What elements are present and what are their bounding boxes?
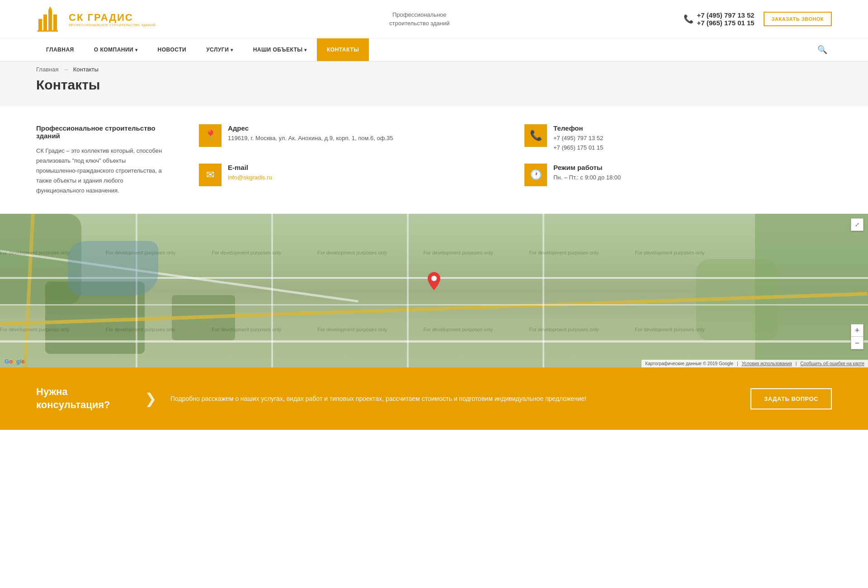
logo-title: СК ГРАДИС	[69, 12, 156, 24]
breadcrumb: Главная → Контакты	[36, 66, 832, 73]
hours-value: Пн. – Пт.: с 9:00 до 18:00	[553, 173, 621, 183]
watermark-r2-6: For development purposes only	[529, 327, 635, 332]
watermark-6: For development purposes only	[529, 250, 635, 255]
google-logo: Google	[5, 358, 25, 365]
contacts-right: 📍 Адрес 119619, г. Москва, ул. Ак. Анохи…	[199, 124, 832, 186]
zoom-in-button[interactable]: +	[851, 324, 863, 337]
watermark-7: For development purposes only	[635, 250, 741, 255]
address-label: Адрес	[228, 124, 393, 132]
nav-item-novosti[interactable]: НОВОСТИ	[148, 38, 197, 61]
phone1: +7 (495) 797 13 52	[697, 11, 755, 19]
map-separator-1: |	[737, 361, 738, 366]
page-title: Контакты	[36, 77, 832, 93]
nav-item-kontakty[interactable]: КОНТАКТЫ	[317, 38, 369, 61]
nav-item-nashi-obekty[interactable]: НАШИ ОБЪЕКТЫ ▾	[243, 38, 317, 61]
nav-item-glavnaya[interactable]: ГЛАВНАЯ	[36, 38, 84, 61]
phones: +7 (495) 797 13 52 +7 (965) 175 01 15	[697, 11, 755, 27]
contact-card-address: 📍 Адрес 119619, г. Москва, ул. Ак. Анохи…	[199, 124, 506, 153]
footer-space	[0, 430, 868, 466]
breadcrumb-section: Главная → Контакты	[0, 61, 868, 73]
search-icon: 🔍	[817, 45, 827, 54]
phone-value: +7 (495) 797 13 52+7 (965) 175 01 15	[553, 134, 603, 153]
contacts-left: Профессиональное строительство зданий СК…	[36, 124, 163, 196]
cta-description: Подробно расскажем о наших услугах, вида…	[170, 394, 737, 404]
header-slogan: Профессиональное строительство зданий	[389, 10, 449, 28]
contact-card-hours: 🕐 Режим работы Пн. – Пт.: с 9:00 до 18:0…	[524, 164, 832, 186]
email-info: E-mail info@skgradis.ru	[228, 164, 272, 183]
contact-card-phone: 📞 Телефон +7 (495) 797 13 52+7 (965) 175…	[524, 124, 832, 153]
phone-info: Телефон +7 (495) 797 13 52+7 (965) 175 0…	[553, 124, 603, 153]
address-info: Адрес 119619, г. Москва, ул. Ак. Анохина…	[228, 124, 393, 143]
map-data-credit: Картографические данные © 2019 Google	[645, 361, 733, 366]
svg-rect-4	[38, 30, 58, 32]
water-body	[68, 241, 158, 295]
svg-marker-5	[48, 6, 52, 10]
road-h2	[0, 304, 868, 306]
breadcrumb-current: Контакты	[73, 66, 99, 73]
breadcrumb-separator: →	[63, 66, 69, 73]
site-header: СК ГРАДИС ПРОФЕССИОНАЛЬНОЕ СТРОИТЕЛЬСТВО…	[0, 0, 868, 38]
hours-info: Режим работы Пн. – Пт.: с 9:00 до 18:00	[553, 164, 621, 183]
road-v2	[271, 214, 273, 367]
map-pin	[428, 272, 440, 291]
logo-subtitle: ПРОФЕССИОНАЛЬНОЕ СТРОИТЕЛЬСТВО ЗДАНИЙ	[69, 24, 156, 27]
hours-icon-box: 🕐	[524, 164, 547, 186]
cta-button[interactable]: ЗАДАТЬ ВОПРОС	[750, 388, 832, 409]
contacts-content: Профессиональное строительство зданий СК…	[0, 106, 868, 214]
phone-label: Телефон	[553, 124, 603, 132]
contacts-left-heading: Профессиональное строительство зданий	[36, 124, 163, 140]
svg-point-6	[431, 276, 437, 281]
svg-rect-3	[53, 14, 57, 30]
order-call-button[interactable]: ЗАКАЗАТЬ ЗВОНОК	[764, 12, 832, 26]
search-button[interactable]: 🔍	[813, 40, 832, 59]
map-expand-button[interactable]: ⤢	[851, 218, 863, 231]
phone-icon-box: 📞	[524, 124, 547, 147]
map-report-link[interactable]: Сообщить об ошибке на карте	[800, 361, 864, 366]
pin-icon	[428, 272, 440, 290]
map-zoom-controls: + −	[851, 324, 863, 349]
breadcrumb-home[interactable]: Главная	[36, 66, 58, 73]
header-right: 📞 +7 (495) 797 13 52 +7 (965) 175 01 15 …	[684, 11, 832, 27]
dropdown-arrow-nashi-obekty: ▾	[304, 47, 307, 52]
cta-banner: Нужна консультация? ❯ Подробно расскажем…	[0, 367, 868, 429]
nav-item-o-kompanii[interactable]: О КОМПАНИИ ▾	[84, 38, 148, 61]
phones-block: 📞 +7 (495) 797 13 52 +7 (965) 175 01 15	[684, 11, 755, 27]
logo-area: СК ГРАДИС ПРОФЕССИОНАЛЬНОЕ СТРОИТЕЛЬСТВО…	[36, 5, 156, 33]
email-icon-box: ✉	[199, 164, 222, 186]
contact-card-email: ✉ E-mail info@skgradis.ru	[199, 164, 506, 186]
map-terms-link[interactable]: Условия использования	[742, 361, 792, 366]
map-background: For development purposes only For develo…	[0, 214, 868, 367]
email-label: E-mail	[228, 164, 272, 171]
main-nav: ГЛАВНАЯ О КОМПАНИИ ▾ НОВОСТИ УСЛУГИ ▾ НА…	[0, 38, 868, 61]
nav-item-uslugi[interactable]: УСЛУГИ ▾	[196, 38, 243, 61]
watermark-r2-5: For development purposes only	[423, 327, 529, 332]
address-value: 119619, г. Москва, ул. Ак. Анохина, д.9,…	[228, 134, 393, 143]
cta-arrow-icon: ❯	[145, 390, 157, 407]
map-separator-2: |	[796, 361, 797, 366]
watermark-5: For development purposes only	[423, 250, 529, 255]
cta-title: Нужна консультация?	[36, 386, 131, 411]
logo-text: СК ГРАДИС ПРОФЕССИОНАЛЬНОЕ СТРОИТЕЛЬСТВО…	[69, 12, 156, 27]
road-v3	[407, 214, 409, 367]
map-section: For development purposes only For develo…	[0, 214, 868, 367]
watermark-3: For development purposes only	[212, 250, 317, 255]
contacts-left-description: СК Градис – это коллектив который, спосо…	[36, 146, 163, 196]
phone2: +7 (965) 175 01 15	[697, 19, 755, 27]
logo-icon	[36, 5, 63, 33]
road-h3	[0, 340, 868, 343]
dropdown-arrow-uslugi: ▾	[231, 47, 233, 52]
hours-label: Режим работы	[553, 164, 621, 171]
svg-rect-0	[38, 19, 42, 30]
email-value: info@skgradis.ru	[228, 173, 272, 183]
map-footer-bar: Картографические данные © 2019 Google | …	[642, 360, 868, 367]
address-icon-box: 📍	[199, 124, 222, 147]
road-v4	[542, 214, 544, 367]
svg-rect-2	[48, 10, 52, 30]
phone-icon: 📞	[684, 14, 693, 24]
zoom-out-button[interactable]: −	[851, 337, 863, 349]
dropdown-arrow-o-kompanii: ▾	[135, 47, 138, 52]
page-title-section: Контакты	[0, 73, 868, 106]
svg-rect-1	[43, 14, 47, 30]
